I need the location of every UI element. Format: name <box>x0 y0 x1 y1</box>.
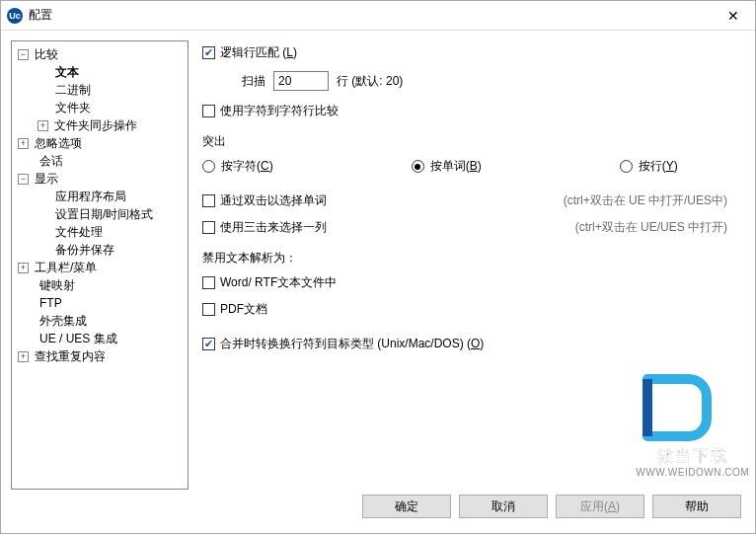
radio-by-line[interactable]: 按行(Y) <box>620 158 678 175</box>
checkbox-icon <box>202 46 215 59</box>
pdf-checkbox[interactable]: PDF文档 <box>202 301 267 318</box>
tree-item-keymap[interactable]: 键映射 <box>14 276 186 294</box>
logical-line-match-checkbox[interactable]: 逻辑行匹配 (L) <box>202 44 297 61</box>
highlight-label: 突出 <box>202 133 737 150</box>
scan-suffix: 行 (默认: 20) <box>337 73 403 90</box>
apply-button[interactable]: 应用(A) <box>556 495 644 518</box>
ok-button[interactable]: 确定 <box>362 495 451 518</box>
tree-item-finddup[interactable]: +查找重复内容 <box>14 347 186 365</box>
cancel-button[interactable]: 取消 <box>459 495 548 518</box>
dblclick-word-hint: (ctrl+双击在 UE 中打开/UES中) <box>564 192 727 209</box>
checkbox-icon <box>202 276 215 289</box>
char-to-char-checkbox[interactable]: 使用字符到字符行比较 <box>202 103 339 119</box>
radio-icon <box>202 160 215 173</box>
tree-item-backupsave[interactable]: 备份并保存 <box>14 241 186 259</box>
word-rtf-checkbox[interactable]: Word/ RTF文本文件中 <box>202 274 337 291</box>
checkbox-icon <box>202 338 215 350</box>
tree-item-text[interactable]: 文本 <box>14 63 186 81</box>
scan-label: 扫描 <box>242 73 265 90</box>
tree-item-binary[interactable]: 二进制 <box>14 81 186 99</box>
dialog-body: − 比较 文本 二进制 文件夹 +文件夹同步操作 +忽略选项 会话 −显示 应用… <box>1 31 755 490</box>
dblclick-word-checkbox[interactable]: 通过双击以选择单词 <box>202 192 327 209</box>
scan-lines-input[interactable] <box>273 71 329 91</box>
radio-by-word[interactable]: 按单词(B) <box>412 158 482 175</box>
highlight-radio-group: 按字符(C) 按单词(B) 按行(Y) <box>202 158 737 175</box>
tree-item-ftp[interactable]: FTP <box>14 294 186 312</box>
tree-item-filehandle[interactable]: 文件处理 <box>14 223 186 241</box>
radio-by-char[interactable]: 按字符(C) <box>202 158 273 175</box>
expand-icon[interactable]: + <box>18 138 29 149</box>
tree-item-ueues[interactable]: UE / UES 集成 <box>14 330 186 347</box>
radio-icon <box>620 160 633 173</box>
tree-item-display[interactable]: −显示 <box>14 170 186 188</box>
triple-click-checkbox[interactable]: 使用三击来选择一列 <box>202 219 327 236</box>
close-button[interactable]: ✕ <box>712 1 755 31</box>
expand-icon[interactable]: + <box>18 263 29 273</box>
settings-panel: 逻辑行匹配 (L) 扫描 行 (默认: 20) 使用字符到字符行比较 突出 按字… <box>198 40 745 490</box>
titlebar: Uc 配置 ✕ <box>1 1 755 31</box>
checkbox-icon <box>202 303 215 316</box>
app-icon: Uc <box>7 8 23 24</box>
tree-item-shell[interactable]: 外壳集成 <box>14 312 186 330</box>
dialog-footer: 确定 取消 应用(A) 帮助 <box>1 490 755 533</box>
tree-item-datetime[interactable]: 设置日期/时间格式 <box>14 205 186 223</box>
collapse-icon[interactable]: − <box>18 49 29 60</box>
expand-icon[interactable]: + <box>18 351 29 362</box>
collapse-icon[interactable]: − <box>18 174 29 185</box>
tree-item-layout[interactable]: 应用程序布局 <box>14 188 186 205</box>
tree-item-session[interactable]: 会话 <box>14 152 186 170</box>
tree-item-toolbar[interactable]: +工具栏/菜单 <box>14 259 186 276</box>
disable-parse-label: 禁用文本解析为： <box>202 250 737 267</box>
expand-icon[interactable]: + <box>38 120 48 131</box>
tree-item-ignore[interactable]: +忽略选项 <box>14 134 186 152</box>
checkbox-icon <box>202 105 215 117</box>
tree-item-compare[interactable]: − 比较 <box>14 45 186 63</box>
tree-item-foldersync[interactable]: +文件夹同步操作 <box>14 116 186 134</box>
window-title: 配置 <box>29 7 712 24</box>
merge-eol-checkbox[interactable]: 合并时转换换行符到目标类型 (Unix/Mac/DOS) (O) <box>202 336 484 352</box>
help-button[interactable]: 帮助 <box>652 495 741 518</box>
triple-click-hint: (ctrl+双击在 UE/UES 中打开) <box>575 219 727 236</box>
radio-icon <box>412 160 424 173</box>
checkbox-icon <box>202 221 215 234</box>
tree-item-folder[interactable]: 文件夹 <box>14 99 186 116</box>
config-dialog: Uc 配置 ✕ − 比较 文本 二进制 文件夹 +文件夹同步操作 +忽略选项 会… <box>0 0 756 534</box>
category-tree[interactable]: − 比较 文本 二进制 文件夹 +文件夹同步操作 +忽略选项 会话 −显示 应用… <box>11 40 189 490</box>
checkbox-icon <box>202 194 215 207</box>
